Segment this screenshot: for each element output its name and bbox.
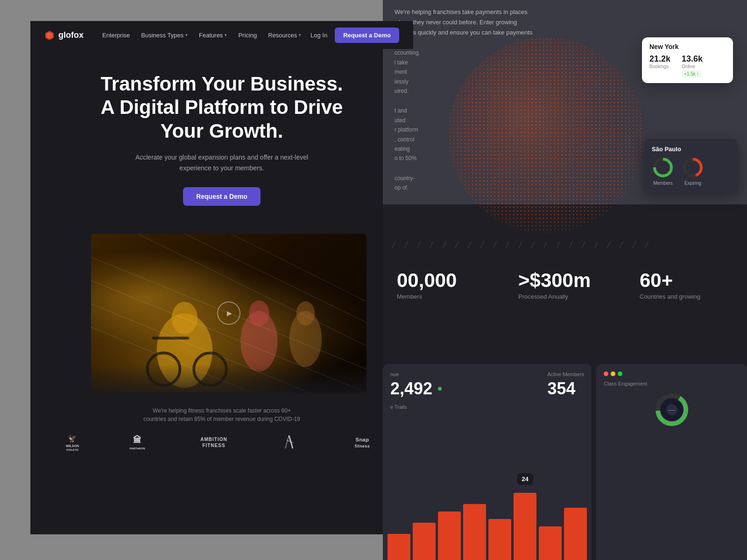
members-stat: 00,000 Members bbox=[383, 261, 504, 309]
sao-paulo-city-label: São Paulo bbox=[652, 146, 730, 153]
class-engagement-donut: — bbox=[653, 391, 691, 428]
new-york-city-label: New York bbox=[649, 43, 726, 50]
countries-big-value: 60+ bbox=[640, 271, 733, 290]
nav-actions: Log In Request a Demo bbox=[310, 28, 399, 43]
svg-line-17 bbox=[231, 234, 366, 301]
countries-big-label: Countries and growing bbox=[640, 293, 733, 300]
members-big-value: 00,000 bbox=[397, 271, 490, 290]
class-engagement-card: Class Engagement — bbox=[596, 364, 747, 560]
close-dot bbox=[604, 371, 608, 376]
bar-1 bbox=[388, 534, 410, 560]
partners-text: We're helping fitness franchises scale f… bbox=[44, 406, 399, 423]
expiring-donut-ring bbox=[682, 156, 704, 179]
bar-3 bbox=[438, 511, 461, 560]
members-donut: Members bbox=[652, 156, 674, 186]
sao-paulo-card: São Paulo Members bbox=[644, 139, 738, 192]
svg-text:fitness: fitness bbox=[354, 444, 370, 448]
revenue-value: 2,492 bbox=[390, 379, 432, 399]
nav-resources[interactable]: Resources ▾ bbox=[268, 32, 301, 39]
active-members-value: 354 bbox=[547, 379, 584, 399]
bookings-label: Bookings bbox=[649, 64, 670, 69]
hero-cta-button[interactable]: Request a Demo bbox=[183, 187, 261, 206]
countries-stat: 60+ Countries and growing bbox=[626, 261, 747, 309]
partners-section: We're helping fitness franchises scale f… bbox=[30, 392, 413, 461]
logo[interactable]: glofox bbox=[44, 30, 84, 40]
chevron-down-icon: ▾ bbox=[299, 33, 301, 37]
svg-line-26 bbox=[285, 435, 289, 448]
dashboard-preview: nue 2,492 Active Members 354 e Trails bbox=[383, 364, 747, 560]
login-link[interactable]: Log In bbox=[310, 32, 327, 39]
partner-snap: Snap fitness bbox=[344, 434, 381, 452]
revenue-section: nue 2,492 bbox=[390, 371, 442, 399]
new-york-stats: 21.2k Bookings 13.6k Online +1.5k ↑ bbox=[649, 54, 726, 77]
globe-visualization: New York 21.2k Bookings 13.6k Online +1.… bbox=[420, 23, 747, 247]
globe-dots bbox=[448, 37, 644, 233]
svg-text:PANTHEON: PANTHEON bbox=[129, 447, 145, 450]
bookings-stat: 21.2k Bookings bbox=[649, 54, 670, 77]
partner-wilson: 🦅 WILSON ATHLETIC bbox=[63, 434, 82, 452]
expiring-donut: Expiring bbox=[682, 156, 704, 186]
members-big-label: Members bbox=[397, 293, 490, 300]
svg-text:🦅: 🦅 bbox=[68, 434, 77, 443]
navbar: glofox Enterprise Business Types ▾ Featu… bbox=[30, 21, 413, 49]
svg-text:FITNESS: FITNESS bbox=[202, 443, 225, 448]
chevron-down-icon: ▾ bbox=[225, 33, 227, 37]
bar-tooltip: 24 bbox=[517, 473, 533, 485]
members-donut-label: Members bbox=[652, 181, 674, 186]
expiring-donut-label: Expiring bbox=[682, 181, 704, 186]
expand-dot bbox=[618, 371, 622, 376]
bar-6: 24 bbox=[514, 493, 536, 560]
bar-2 bbox=[413, 523, 436, 560]
online-value: 13.6k bbox=[682, 54, 703, 64]
svg-text:Snap: Snap bbox=[355, 437, 369, 442]
partner-logos-row: 🦅 WILSON ATHLETIC 🏛 PANTHEON AMBITION FI… bbox=[44, 434, 399, 452]
new-york-card: New York 21.2k Bookings 13.6k Online +1.… bbox=[642, 37, 733, 83]
chevron-down-icon: ▾ bbox=[185, 33, 188, 37]
window-chrome bbox=[604, 371, 740, 376]
online-label: Online bbox=[682, 64, 703, 69]
svg-text:—: — bbox=[669, 406, 675, 413]
nav-features[interactable]: Features ▾ bbox=[199, 32, 227, 39]
nav-business-types[interactable]: Business Types ▾ bbox=[141, 32, 188, 39]
stats-section: 00,000 Members >$300m Processed Anually … bbox=[383, 261, 747, 309]
partner-ambition: AMBITION FITNESS bbox=[193, 434, 235, 452]
online-stat: 13.6k Online +1.5k ↑ bbox=[682, 54, 703, 77]
hero-section: Transform Your Business. A Digital Platf… bbox=[30, 49, 413, 220]
bar-4 bbox=[463, 504, 486, 560]
processed-big-value: >$300m bbox=[518, 271, 612, 290]
partner-pantheon: 🏛 PANTHEON bbox=[128, 434, 147, 452]
hero-image: ▶ bbox=[91, 234, 366, 392]
logo-text: glofox bbox=[58, 30, 84, 40]
svg-text:🏛: 🏛 bbox=[133, 435, 141, 445]
svg-text:WILSON: WILSON bbox=[66, 444, 79, 448]
nav-pricing[interactable]: Pricing bbox=[238, 32, 257, 39]
svg-line-16 bbox=[184, 234, 366, 322]
processed-stat: >$300m Processed Anually bbox=[504, 261, 626, 309]
request-demo-button[interactable]: Request a Demo bbox=[335, 28, 399, 43]
class-engagement-label: Class Engagement bbox=[604, 381, 740, 386]
active-members-label: Active Members bbox=[547, 371, 584, 377]
sao-paulo-donut-stats: Members Expiring bbox=[652, 156, 730, 186]
hero-title: Transform Your Business. A Digital Platf… bbox=[44, 72, 399, 143]
online-badge: +1.5k ↑ bbox=[682, 70, 701, 77]
minimize-dot bbox=[611, 371, 615, 376]
members-donut-ring bbox=[652, 156, 674, 179]
hero-subtitle: Acclerate your global expansion plans an… bbox=[133, 152, 310, 173]
processed-big-label: Processed Anually bbox=[518, 293, 612, 300]
online-indicator bbox=[438, 387, 442, 391]
slash-divider: / / / / / / / / / / / / / / / / / / / / … bbox=[383, 238, 747, 252]
bar-5 bbox=[488, 519, 511, 560]
active-members-section: Active Members 354 bbox=[547, 371, 584, 399]
bookings-value: 21.2k bbox=[649, 54, 670, 64]
website-panel: glofox Enterprise Business Types ▾ Featu… bbox=[30, 21, 413, 534]
svg-text:AMBITION: AMBITION bbox=[200, 437, 227, 442]
right-panel: We're helping franchises take payments i… bbox=[383, 0, 747, 560]
globe-circle bbox=[448, 37, 644, 233]
nav-links: Enterprise Business Types ▾ Features ▾ P… bbox=[102, 32, 310, 39]
revenue-label: nue bbox=[390, 371, 442, 377]
bar-8 bbox=[564, 508, 587, 560]
revenue-card: nue 2,492 Active Members 354 e Trails bbox=[383, 364, 592, 560]
nav-enterprise[interactable]: Enterprise bbox=[102, 32, 130, 39]
bar-7 bbox=[539, 526, 562, 560]
partner-katana bbox=[281, 434, 297, 452]
